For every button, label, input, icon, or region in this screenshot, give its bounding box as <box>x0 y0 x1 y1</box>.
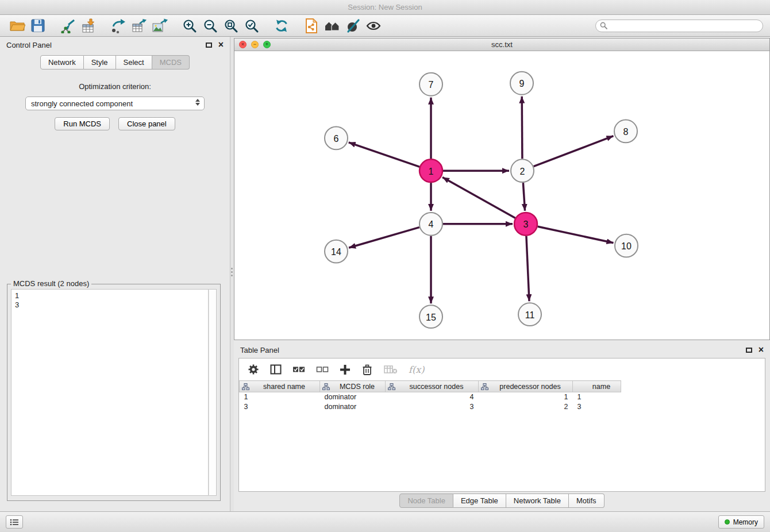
export-table-button[interactable] <box>129 17 149 35</box>
edge-2-8[interactable] <box>534 136 614 167</box>
open-session-button[interactable] <box>7 17 28 35</box>
table-cell[interactable]: 2 <box>479 402 573 412</box>
export-image-button[interactable] <box>149 17 170 35</box>
edge-4-14[interactable] <box>349 228 419 248</box>
tab-select[interactable]: Select <box>116 55 152 70</box>
table-panel-title: Table Panel <box>240 346 746 354</box>
memory-button[interactable]: Memory <box>718 515 764 529</box>
node-4[interactable]: 4 <box>419 213 442 236</box>
network-window-titlebar[interactable]: × − + scc.txt <box>234 38 769 51</box>
zoom-in-button[interactable] <box>179 17 200 35</box>
table-row[interactable]: 3 dominator 3 2 3 <box>240 402 621 412</box>
table-cell[interactable]: 1 <box>479 392 573 402</box>
mcds-panel: Optimization criterion: strongly connect… <box>0 70 230 130</box>
tab-node-table[interactable]: Node Table <box>399 494 453 508</box>
node-2[interactable]: 2 <box>511 159 534 182</box>
network-canvas[interactable]: 7968124314101511 <box>234 51 769 340</box>
tab-motifs[interactable]: Motifs <box>569 494 605 508</box>
maximize-window-icon[interactable]: + <box>263 41 271 48</box>
network-file-button[interactable] <box>301 17 322 35</box>
search-input[interactable] <box>610 22 759 30</box>
show-columns-button[interactable] <box>270 364 282 375</box>
node-14[interactable]: 14 <box>325 240 348 263</box>
window-titlebar[interactable]: Session: New Session <box>0 0 770 15</box>
refresh-icon <box>274 18 290 33</box>
node-label: 1 <box>429 167 434 176</box>
task-history-button[interactable] <box>6 515 23 529</box>
table-row[interactable]: 1 dominator 4 1 1 <box>240 392 621 402</box>
node-7[interactable]: 7 <box>419 73 442 96</box>
table-cell[interactable]: 4 <box>386 392 479 402</box>
node-3[interactable]: 3 <box>514 213 537 236</box>
table-settings-button[interactable] <box>248 364 259 375</box>
column-header-name[interactable]: name <box>573 381 621 392</box>
node-6[interactable]: 6 <box>325 126 348 149</box>
float-table-panel-icon[interactable] <box>746 348 752 353</box>
style-button[interactable] <box>342 17 363 35</box>
zoom-fit-button[interactable] <box>221 17 241 35</box>
edge-3-10[interactable] <box>538 226 614 242</box>
table-cell[interactable]: 1 <box>573 392 621 402</box>
function-builder-button[interactable]: f(x) <box>409 364 424 375</box>
node-1[interactable]: 1 <box>419 159 442 182</box>
table-cell[interactable]: 3 <box>240 402 320 412</box>
edge-2-9[interactable] <box>522 97 522 159</box>
node-11[interactable]: 11 <box>518 303 541 326</box>
edge-3-1[interactable] <box>442 177 515 218</box>
close-window-icon[interactable]: × <box>239 41 247 48</box>
home-button[interactable] <box>322 17 342 35</box>
node-label: 6 <box>334 134 339 144</box>
import-network-button[interactable] <box>57 17 78 35</box>
table-cell[interactable]: 1 <box>240 392 320 402</box>
node-15[interactable]: 15 <box>419 305 442 328</box>
column-header-shared-name[interactable]: shared name <box>240 381 320 392</box>
node-8[interactable]: 8 <box>614 120 637 143</box>
tab-mcds[interactable]: MCDS <box>152 55 190 70</box>
mcds-result-list[interactable]: 1 3 <box>11 289 209 496</box>
edge-3-11[interactable] <box>526 236 529 302</box>
column-header-successor-nodes[interactable]: successor nodes <box>386 381 479 392</box>
control-panel-header: Control Panel × <box>0 37 230 53</box>
table-cell[interactable]: dominator <box>320 402 386 412</box>
delete-column-button[interactable] <box>361 364 373 376</box>
import-table-button[interactable] <box>78 17 99 35</box>
table-cell[interactable]: 3 <box>573 402 621 412</box>
close-panel-icon[interactable]: × <box>218 40 224 49</box>
select-all-columns-button[interactable] <box>292 365 305 373</box>
close-panel-button[interactable]: Close panel <box>118 117 175 130</box>
deselect-all-columns-button[interactable] <box>316 365 329 373</box>
optimization-criterion-label: Optimization criterion: <box>0 82 230 91</box>
node-10[interactable]: 10 <box>615 234 638 257</box>
result-scrollbar[interactable] <box>209 289 217 496</box>
delete-table-button[interactable] <box>384 364 398 375</box>
tab-network[interactable]: Network <box>40 55 84 70</box>
zoom-out-button[interactable] <box>200 17 221 35</box>
column-type-icon <box>388 383 395 390</box>
tab-network-table[interactable]: Network Table <box>506 494 569 508</box>
export-network-button[interactable] <box>108 17 129 35</box>
edge-1-6[interactable] <box>349 142 420 167</box>
float-panel-icon[interactable] <box>206 43 212 48</box>
node-label: 11 <box>525 310 535 320</box>
minimize-window-icon[interactable]: − <box>251 41 259 48</box>
network-graph[interactable]: 7968124314101511 <box>234 51 769 340</box>
table-cell[interactable]: dominator <box>320 392 386 402</box>
save-session-button[interactable] <box>28 17 48 35</box>
column-header-predecessor-nodes[interactable]: predecessor nodes <box>479 381 573 392</box>
node-9[interactable]: 9 <box>510 72 533 95</box>
run-mcds-button[interactable]: Run MCDS <box>55 117 110 130</box>
column-header-mcds-role[interactable]: MCDS role <box>320 381 386 392</box>
zoom-selected-button[interactable] <box>241 17 262 35</box>
create-column-button[interactable] <box>340 364 351 375</box>
tab-edge-table[interactable]: Edge Table <box>453 494 506 508</box>
mcds-result-line: 3 <box>15 300 205 310</box>
close-table-panel-icon[interactable]: × <box>759 345 764 354</box>
criterion-dropdown[interactable]: strongly connected component <box>25 97 205 110</box>
apply-layout-button[interactable] <box>271 17 292 35</box>
node-label: 7 <box>429 80 434 90</box>
table-cell[interactable]: 3 <box>386 402 479 412</box>
edge-2-3[interactable] <box>523 183 525 211</box>
show-hide-button[interactable] <box>363 17 384 35</box>
search-field[interactable] <box>595 20 763 32</box>
tab-style[interactable]: Style <box>84 55 116 70</box>
